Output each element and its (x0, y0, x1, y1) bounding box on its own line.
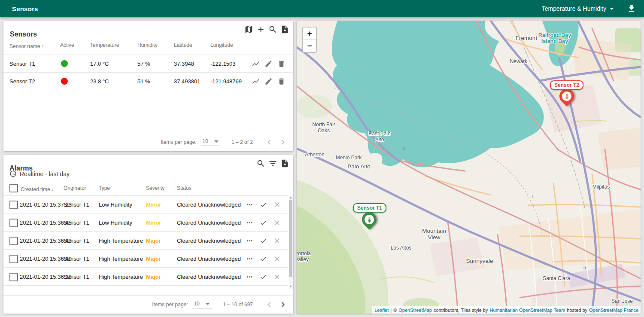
active-status-dot (61, 60, 68, 67)
next-page-button[interactable] (278, 137, 288, 147)
attribution-text: contributors, Tiles style by (434, 308, 488, 313)
column-header-originator[interactable]: Originator (64, 185, 86, 191)
alarm-details-icon[interactable] (246, 273, 254, 281)
alarm-type: Low Humidity (99, 201, 132, 208)
map-widget[interactable]: Fremont Railroad Bay Island Bay Newark N… (297, 21, 641, 314)
sort-desc-icon: ↓ (52, 186, 54, 192)
timewindow-label: Realtime - last day (20, 171, 70, 177)
clear-alarm-icon[interactable] (273, 273, 281, 281)
alarm-severity: Major (146, 274, 161, 280)
column-header-status[interactable]: Status (177, 185, 191, 191)
select-all-checkbox[interactable] (9, 184, 18, 192)
acknowledge-icon[interactable] (259, 273, 267, 281)
page-range-label: 1 – 2 of 2 (231, 139, 253, 145)
timeseries-chart-icon[interactable] (252, 60, 260, 68)
map-place-label: Alto (375, 137, 384, 143)
page-range-label: 1 – 10 of 697 (223, 302, 253, 308)
sensors-widget: Sensors Sensor name↑ Active Temperature … (3, 21, 293, 151)
sensors-widget-title: Sensors (10, 30, 37, 38)
items-per-page-select[interactable]: 10 (201, 138, 220, 146)
add-entity-button[interactable] (256, 25, 265, 34)
map-marker-sensor-t2[interactable] (559, 89, 574, 104)
row-checkbox[interactable] (9, 201, 18, 209)
acknowledge-icon[interactable] (259, 237, 267, 245)
map-place-label: San Jose (611, 298, 633, 304)
attribution-separator: | (390, 308, 392, 313)
edit-icon[interactable] (264, 77, 273, 85)
attribution-text: hosted by (567, 308, 587, 313)
items-per-page-label: Items per page: (152, 302, 188, 308)
row-checkbox[interactable] (9, 255, 18, 263)
map-place-label: North Fair (312, 122, 335, 128)
map-marker-sensor-t1[interactable] (362, 212, 377, 227)
alarms-widget: Alarms Realtime - last day Created time↓… (3, 155, 293, 314)
export-button[interactable] (280, 25, 289, 34)
column-header-longitude[interactable]: Longitude (210, 42, 233, 48)
delete-icon[interactable] (277, 60, 286, 68)
previous-page-button[interactable] (264, 299, 274, 310)
scrollbar-thumb[interactable] (289, 200, 292, 277)
dashboard-title: Sensors (12, 5, 38, 12)
alarms-scrollbar[interactable] (289, 195, 293, 289)
osm-link[interactable]: OpenStreetMap (398, 308, 432, 313)
delete-icon[interactable] (277, 77, 286, 85)
row-checkbox[interactable] (9, 237, 18, 245)
row-checkbox[interactable] (9, 219, 18, 227)
export-button[interactable] (280, 159, 289, 168)
acknowledge-icon[interactable] (259, 201, 267, 209)
filter-button[interactable] (268, 159, 277, 168)
clear-alarm-icon[interactable] (273, 237, 281, 245)
sensor-temperature: 17.0 °C (90, 61, 109, 67)
clear-alarm-icon[interactable] (273, 201, 281, 209)
search-button[interactable] (268, 25, 277, 34)
column-header-created-time[interactable]: Created time↓ (21, 185, 54, 193)
alarm-details-icon[interactable] (246, 255, 254, 263)
acknowledge-icon[interactable] (259, 255, 267, 263)
map-place-label: Mountain (422, 228, 446, 234)
clear-alarm-icon[interactable] (273, 219, 281, 227)
chevron-down-icon (206, 303, 210, 305)
scroll-down-icon[interactable] (289, 286, 292, 287)
alarm-details-icon[interactable] (246, 201, 254, 209)
marker-tooltip-sensor-t2: Sensor T2 (550, 80, 583, 90)
view-on-map-button[interactable] (244, 25, 253, 34)
map-place-label: Newark (510, 58, 528, 64)
column-header-humidity[interactable]: Humidity (137, 42, 158, 48)
search-button[interactable] (256, 159, 265, 168)
hot-link[interactable]: Humanitarian OpenStreetMap Team (489, 308, 565, 313)
alarm-originator: Sensor T1 (64, 274, 89, 280)
column-header-type[interactable]: Type (99, 185, 110, 191)
row-checkbox[interactable] (9, 273, 18, 281)
timewindow-button[interactable]: Realtime - last day (9, 170, 70, 177)
entity-state-select[interactable]: Temperature & Humidity (542, 5, 614, 12)
file-export-icon (280, 159, 289, 168)
zoom-out-button[interactable]: − (303, 40, 316, 52)
alarm-status: Cleared Unacknowledged (177, 201, 241, 208)
timeseries-chart-icon[interactable] (252, 77, 260, 85)
alarm-details-icon[interactable] (246, 219, 254, 227)
download-dashboard-button[interactable] (627, 4, 636, 13)
alarm-details-icon[interactable] (246, 237, 254, 245)
column-header-active[interactable]: Active (60, 42, 74, 48)
map-place-label: Portola (297, 250, 311, 256)
osmfr-link[interactable]: OpenStreetMap France (589, 308, 638, 313)
thermometer-icon (366, 216, 373, 223)
thermometer-icon (564, 93, 570, 100)
acknowledge-icon[interactable] (259, 219, 267, 227)
items-per-page-select[interactable]: 10 (192, 301, 212, 308)
column-header-severity[interactable]: Severity (146, 185, 164, 191)
column-header-latitude[interactable]: Latitude (174, 42, 192, 48)
previous-page-button[interactable] (264, 137, 274, 147)
marker-tooltip-sensor-t1: Sensor T1 (353, 203, 386, 213)
alarm-originator: Sensor T1 (64, 238, 89, 244)
column-header-temperature[interactable]: Temperature (90, 42, 119, 48)
leaflet-link[interactable]: Leaflet (374, 308, 389, 313)
edit-icon[interactable] (264, 60, 273, 68)
clear-alarm-icon[interactable] (273, 255, 281, 263)
map-icon (244, 25, 253, 34)
scroll-up-icon[interactable] (289, 197, 292, 198)
alarm-status: Cleared Unacknowledged (177, 256, 241, 262)
next-page-button[interactable] (278, 299, 288, 310)
zoom-in-button[interactable]: + (303, 27, 316, 40)
column-header-sensor-name[interactable]: Sensor name↑ (9, 42, 44, 50)
